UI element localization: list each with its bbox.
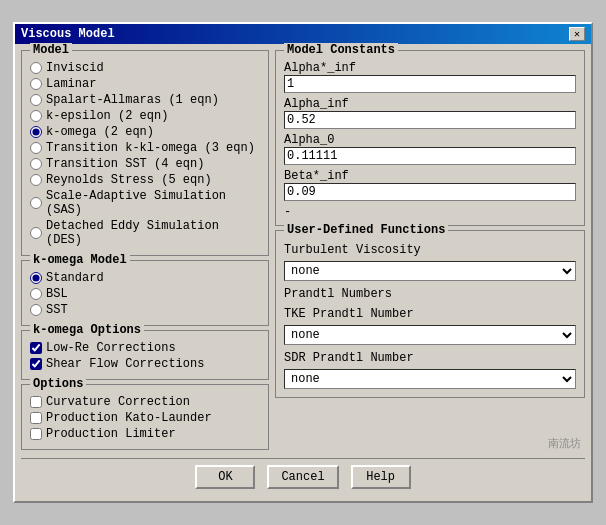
komega-standard[interactable]: Standard	[30, 271, 260, 285]
model-komega[interactable]: k-omega (2 eqn)	[30, 125, 260, 139]
komega-bsl[interactable]: BSL	[30, 287, 260, 301]
const-alpha-inf-input[interactable]	[284, 111, 576, 129]
turbulent-viscosity-label: Turbulent Viscosity	[284, 243, 576, 257]
const-alpha-star-inf-input[interactable]	[284, 75, 576, 93]
tke-prandtl-select-container: none	[284, 325, 576, 345]
model-group-title: Model	[30, 43, 72, 57]
ok-button[interactable]: OK	[195, 465, 255, 489]
production-kato-launder[interactable]: Production Kato-Launder	[30, 411, 260, 425]
komega-options-title: k-omega Options	[30, 323, 144, 337]
model-constants-title: Model Constants	[284, 43, 398, 57]
komega-sst[interactable]: SST	[30, 303, 260, 317]
const-alpha-0-input[interactable]	[284, 147, 576, 165]
shear-flow-corrections[interactable]: Shear Flow Corrections	[30, 357, 260, 371]
options-title: Options	[30, 377, 86, 391]
right-column: Model Constants Alpha*_inf Alpha_inf Alp…	[275, 50, 585, 450]
tke-prandtl-label: TKE Prandtl Number	[284, 307, 576, 321]
model-kepsilon[interactable]: k-epsilon (2 eqn)	[30, 109, 260, 123]
sdr-prandtl-label: SDR Prandtl Number	[284, 351, 576, 365]
main-row: Model Inviscid Laminar Spalart-Allmaras …	[21, 50, 585, 450]
const-alpha-star-inf: Alpha*_inf	[284, 61, 576, 93]
window-title: Viscous Model	[21, 27, 115, 41]
left-column: Model Inviscid Laminar Spalart-Allmaras …	[21, 50, 269, 450]
viscous-model-dialog: Viscous Model ✕ Model Inviscid Laminar	[13, 22, 593, 503]
model-constants-group: Model Constants Alpha*_inf Alpha_inf Alp…	[275, 50, 585, 226]
model-transition-kklomega[interactable]: Transition k-kl-omega (3 eqn)	[30, 141, 260, 155]
udf-title: User-Defined Functions	[284, 223, 448, 237]
tke-prandtl-dropdown[interactable]: none	[284, 325, 576, 345]
help-button[interactable]: Help	[351, 465, 411, 489]
const-beta-star-inf: Beta*_inf	[284, 169, 576, 201]
title-bar: Viscous Model ✕	[15, 24, 591, 44]
bottom-buttons: OK Cancel Help	[21, 458, 585, 495]
cancel-button[interactable]: Cancel	[267, 465, 338, 489]
model-transition-sst[interactable]: Transition SST (4 eqn)	[30, 157, 260, 171]
komega-options-checkboxes: Low-Re Corrections Shear Flow Correction…	[30, 341, 260, 371]
const-dash: -	[284, 205, 576, 217]
const-alpha-inf: Alpha_inf	[284, 97, 576, 129]
curvature-correction[interactable]: Curvature Correction	[30, 395, 260, 409]
model-des[interactable]: Detached Eddy Simulation (DES)	[30, 219, 260, 247]
turbulent-viscosity-select-container: none	[284, 261, 576, 281]
prandtl-numbers-label: Prandtl Numbers	[284, 287, 576, 301]
model-radio-group: Inviscid Laminar Spalart-Allmaras (1 eqn…	[30, 61, 260, 247]
options-group: Options Curvature Correction Production …	[21, 384, 269, 450]
sdr-prandtl-select-container: none	[284, 369, 576, 389]
model-constants-list[interactable]: Alpha*_inf Alpha_inf Alpha_0 Beta*_	[284, 57, 576, 217]
options-checkboxes: Curvature Correction Production Kato-Lau…	[30, 395, 260, 441]
sdr-prandtl-dropdown[interactable]: none	[284, 369, 576, 389]
const-alpha-0: Alpha_0	[284, 133, 576, 165]
production-limiter[interactable]: Production Limiter	[30, 427, 260, 441]
komega-options-group: k-omega Options Low-Re Corrections Shear…	[21, 330, 269, 380]
komega-model-title: k-omega Model	[30, 253, 130, 267]
close-button[interactable]: ✕	[569, 27, 585, 41]
model-reynolds[interactable]: Reynolds Stress (5 eqn)	[30, 173, 260, 187]
title-bar-buttons: ✕	[569, 27, 585, 41]
model-group: Model Inviscid Laminar Spalart-Allmaras …	[21, 50, 269, 256]
const-beta-star-inf-input[interactable]	[284, 183, 576, 201]
udf-group: User-Defined Functions Turbulent Viscosi…	[275, 230, 585, 398]
const-alpha-0-label: Alpha_0	[284, 133, 576, 147]
komega-model-group: k-omega Model Standard BSL SST	[21, 260, 269, 326]
const-beta-star-inf-label: Beta*_inf	[284, 169, 576, 183]
model-inviscid[interactable]: Inviscid	[30, 61, 260, 75]
model-laminar[interactable]: Laminar	[30, 77, 260, 91]
udf-section: Turbulent Viscosity none Prandtl Numbers…	[284, 241, 576, 389]
komega-model-radio-group: Standard BSL SST	[30, 271, 260, 317]
const-alpha-inf-label: Alpha_inf	[284, 97, 576, 111]
low-re-corrections[interactable]: Low-Re Corrections	[30, 341, 260, 355]
dialog-content: Model Inviscid Laminar Spalart-Allmaras …	[15, 44, 591, 501]
watermark: 南流坊	[548, 436, 581, 451]
model-spalart[interactable]: Spalart-Allmaras (1 eqn)	[30, 93, 260, 107]
const-dash-label: -	[284, 205, 576, 217]
model-sas[interactable]: Scale-Adaptive Simulation (SAS)	[30, 189, 260, 217]
turbulent-viscosity-dropdown[interactable]: none	[284, 261, 576, 281]
const-alpha-star-inf-label: Alpha*_inf	[284, 61, 576, 75]
